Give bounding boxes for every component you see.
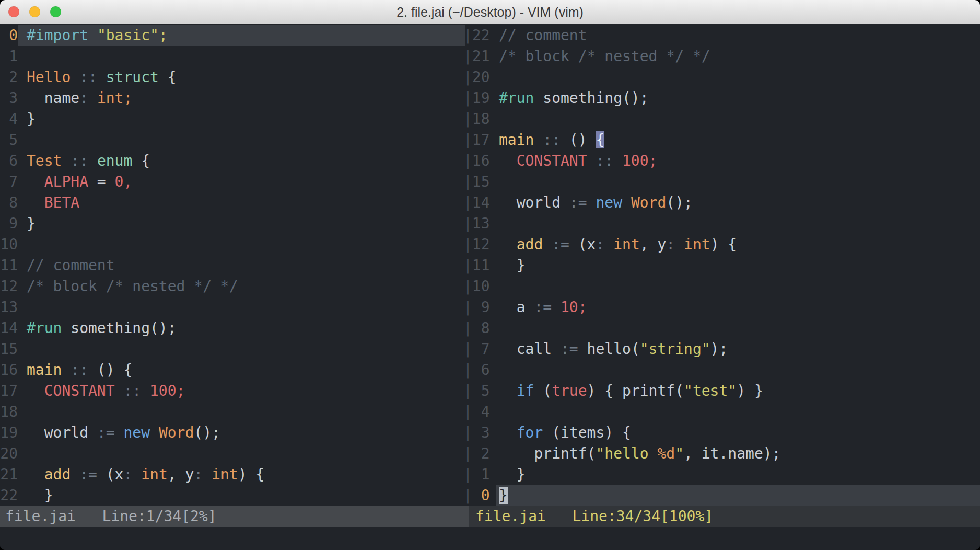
line-number: 2 bbox=[472, 445, 490, 462]
code-line: 10 bbox=[0, 234, 469, 255]
command-line-area[interactable] bbox=[0, 527, 980, 550]
left-editor-pane[interactable]: 0#import "basic";12Hello :: struct {3 na… bbox=[0, 25, 469, 506]
code-text: ALPHA = 0, bbox=[27, 171, 132, 192]
code-text: printf("hello %d", it.name); bbox=[499, 443, 780, 464]
window-separator-and-line-number: | 2 bbox=[463, 443, 490, 464]
code-line: 3 name: int; bbox=[0, 88, 469, 109]
line-number: 11 bbox=[472, 257, 490, 274]
code-text: CONSTANT :: 100; bbox=[499, 151, 657, 171]
line-number: 7 bbox=[0, 171, 18, 192]
code-line: |17main :: () { bbox=[463, 130, 980, 151]
code-line: 2Hello :: struct { bbox=[0, 67, 469, 88]
line-number: 21 bbox=[472, 48, 490, 65]
window-separator-and-line-number: |10 bbox=[463, 276, 490, 297]
code-line: |21/* block /* nested */ */ bbox=[463, 46, 980, 67]
vertical-separator: | bbox=[463, 173, 472, 190]
line-number: 17 bbox=[472, 131, 490, 148]
window-separator-and-line-number: | 5 bbox=[463, 381, 490, 402]
line-number: 4 bbox=[0, 109, 18, 130]
code-line: | 5 if (true) { printf("test") } bbox=[463, 381, 980, 402]
line-number: 1 bbox=[0, 46, 18, 67]
code-text: main :: () { bbox=[27, 360, 132, 381]
line-number: 12 bbox=[472, 236, 490, 253]
code-line: | 9 a := 10; bbox=[463, 297, 980, 318]
line-number: 7 bbox=[472, 340, 490, 358]
vertical-separator: | bbox=[463, 466, 472, 483]
window-separator-and-line-number: |13 bbox=[463, 213, 490, 234]
code-line: |14 world := new Word(); bbox=[463, 192, 980, 213]
code-line: | 6 bbox=[463, 360, 980, 381]
code-text: #run something(); bbox=[499, 88, 649, 109]
line-number: 6 bbox=[0, 151, 18, 171]
window-separator-and-line-number: | 4 bbox=[463, 402, 490, 422]
code-text: } bbox=[27, 109, 36, 130]
window-title: 2. file.jai (~/Desktop) - VIM (vim) bbox=[0, 0, 980, 24]
code-text: /* block /* nested */ */ bbox=[499, 46, 710, 67]
line-number: 4 bbox=[472, 403, 490, 420]
vertical-separator: | bbox=[463, 48, 472, 65]
code-text: Hello :: struct { bbox=[27, 67, 177, 88]
line-number: 13 bbox=[0, 297, 18, 318]
title-bar[interactable]: 2. file.jai (~/Desktop) - VIM (vim) bbox=[0, 0, 980, 25]
line-number: 18 bbox=[0, 402, 18, 422]
code-line: |11 } bbox=[463, 255, 980, 276]
code-line: |18 bbox=[463, 109, 980, 130]
code-line: 17 CONSTANT :: 100; bbox=[0, 381, 469, 402]
code-text: call := hello("string"); bbox=[499, 339, 728, 360]
line-number: 8 bbox=[0, 192, 18, 213]
window-separator-and-line-number: |20 bbox=[463, 67, 490, 88]
vertical-separator: | bbox=[463, 152, 472, 169]
line-number: 0 bbox=[0, 25, 18, 46]
vertical-separator: | bbox=[463, 382, 472, 399]
line-number: 2 bbox=[0, 67, 18, 88]
vertical-separator: | bbox=[463, 487, 472, 504]
line-number: 10 bbox=[0, 234, 18, 255]
code-text: world := new Word(); bbox=[27, 422, 220, 443]
line-number: 5 bbox=[0, 130, 18, 151]
code-line: 4} bbox=[0, 109, 469, 130]
line-number: 19 bbox=[0, 422, 18, 443]
code-line: |13 bbox=[463, 213, 980, 234]
line-number: 21 bbox=[0, 464, 18, 485]
vertical-separator: | bbox=[463, 445, 472, 462]
code-text: } bbox=[499, 255, 526, 276]
line-number: 16 bbox=[472, 152, 490, 169]
code-line: |16 CONSTANT :: 100; bbox=[463, 151, 980, 171]
code-text: main :: () { bbox=[499, 130, 604, 151]
window-separator-and-line-number: |14 bbox=[463, 192, 490, 213]
code-line: 1 bbox=[0, 46, 469, 67]
code-text: } bbox=[27, 485, 53, 506]
right-editor-pane[interactable]: |22// comment|21/* block /* nested */ */… bbox=[463, 25, 980, 506]
line-number: 10 bbox=[472, 278, 490, 295]
line-number: 11 bbox=[0, 255, 18, 276]
cursor-block: } bbox=[499, 487, 508, 504]
vertical-separator: | bbox=[463, 131, 472, 148]
code-line: |20 bbox=[463, 67, 980, 88]
line-number: 20 bbox=[472, 68, 490, 86]
code-line: | 4 bbox=[463, 402, 980, 422]
window-separator-and-line-number: |21 bbox=[463, 46, 490, 67]
code-line: 13 bbox=[0, 297, 469, 318]
line-number: 9 bbox=[0, 213, 18, 234]
code-line: 9} bbox=[0, 213, 469, 234]
vertical-separator: | bbox=[463, 424, 472, 441]
code-text: add := (x: int, y: int) { bbox=[499, 234, 737, 255]
line-number: 14 bbox=[0, 318, 18, 339]
code-line: 22 } bbox=[0, 485, 469, 506]
vertical-separator: | bbox=[463, 236, 472, 253]
line-number: 15 bbox=[472, 173, 490, 190]
matchparen-highlight: { bbox=[596, 131, 604, 148]
vim-terminal-window: 2. file.jai (~/Desktop) - VIM (vim) 0#im… bbox=[0, 0, 980, 550]
line-number: 3 bbox=[0, 88, 18, 109]
code-text: for (items) { bbox=[499, 422, 631, 443]
code-line: 15 bbox=[0, 339, 469, 360]
window-separator-and-line-number: | 9 bbox=[463, 297, 490, 318]
code-text: // comment bbox=[27, 255, 115, 276]
line-number: 18 bbox=[472, 110, 490, 128]
code-text: BETA bbox=[27, 192, 79, 213]
code-text: a := 10; bbox=[499, 297, 587, 318]
code-text: } bbox=[27, 213, 36, 234]
code-line: 19 world := new Word(); bbox=[0, 422, 469, 443]
line-number: 17 bbox=[0, 381, 18, 402]
window-separator-and-line-number: |17 bbox=[463, 130, 490, 151]
